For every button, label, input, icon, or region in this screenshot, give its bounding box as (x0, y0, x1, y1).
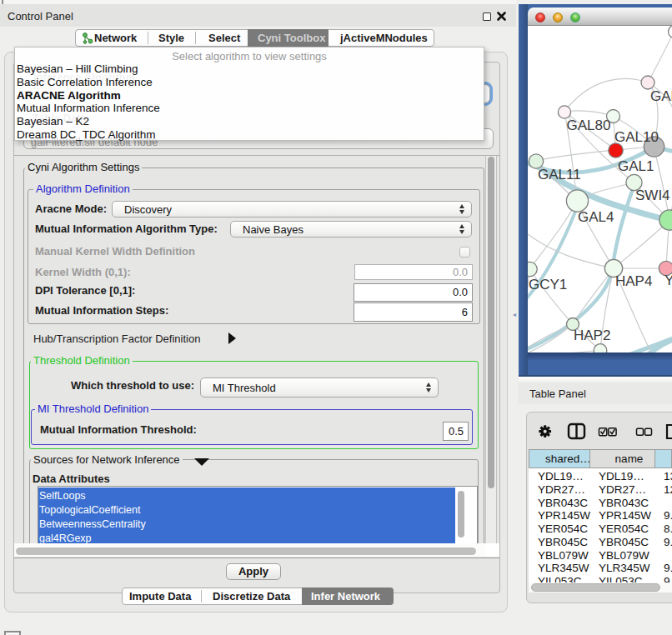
svg-text:SWI4: SWI4 (635, 188, 670, 203)
svg-text:GAL4: GAL4 (578, 209, 614, 225)
svg-text:GAL1: GAL1 (618, 158, 654, 174)
svg-text:GCY1: GCY1 (529, 277, 567, 292)
svg-text:HAP4: HAP4 (615, 273, 652, 289)
svg-text:Y: Y (664, 272, 672, 288)
svg-text:GAL: GAL (650, 88, 672, 104)
svg-text:HAP2: HAP2 (574, 328, 610, 343)
svg-text:GAL80: GAL80 (567, 118, 611, 133)
svg-text:GAL10: GAL10 (614, 129, 659, 145)
svg-text:GAL11: GAL11 (538, 167, 581, 182)
